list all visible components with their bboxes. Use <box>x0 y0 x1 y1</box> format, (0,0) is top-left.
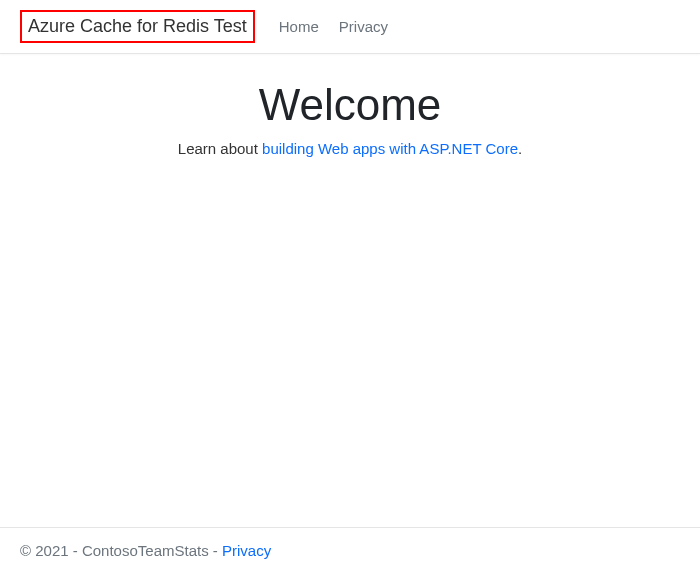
nav-home[interactable]: Home <box>269 12 329 41</box>
main-content: Welcome Learn about building Web apps wi… <box>0 54 700 527</box>
nav-privacy[interactable]: Privacy <box>329 12 398 41</box>
brand-link[interactable]: Azure Cache for Redis Test <box>20 10 255 43</box>
subtitle-suffix: . <box>518 140 522 157</box>
subtitle-prefix: Learn about <box>178 140 262 157</box>
page-title: Welcome <box>0 80 700 130</box>
navbar: Azure Cache for Redis Test Home Privacy <box>0 0 700 54</box>
welcome-subtitle: Learn about building Web apps with ASP.N… <box>0 140 700 157</box>
footer-privacy-link[interactable]: Privacy <box>222 542 271 559</box>
footer: © 2021 - ContosoTeamStats - Privacy <box>0 527 700 573</box>
learn-link[interactable]: building Web apps with ASP.NET Core <box>262 140 518 157</box>
footer-copyright: © 2021 - ContosoTeamStats - <box>20 542 222 559</box>
